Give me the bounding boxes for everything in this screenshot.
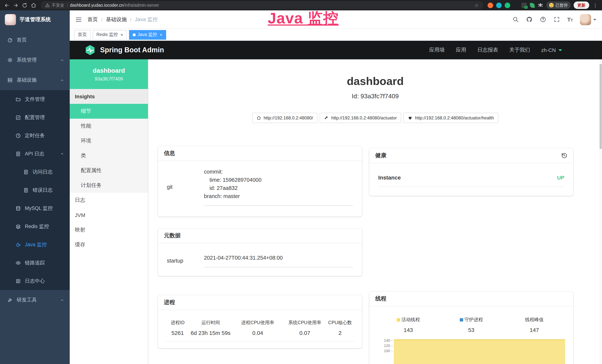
column-header: 进程CPU使用率 (231, 320, 284, 326)
browser-toolbar: 不安全 dashboard.yudao.iocoder.cn/infra/adm… (0, 0, 602, 11)
process-card: 进程 进程ID 运行时间 进程CPU使用率 系统CPU使用率 CPU核心数 52… (158, 295, 362, 348)
home-icon (257, 116, 261, 120)
sba-item-config-props[interactable]: 配置属性 (70, 163, 148, 178)
sba-nav-wallboard[interactable]: 应用墙 (429, 47, 445, 54)
breadcrumb-home[interactable]: 首页 (87, 16, 98, 23)
card-header: 健康 (369, 148, 573, 163)
app-menu: 首页 系统管理 基础设施 文件管理 配置管理 (0, 30, 70, 310)
scrollbar[interactable] (599, 59, 602, 364)
process-table: 进程ID 运行时间 进程CPU使用率 系统CPU使用率 CPU核心数 5261 … (158, 310, 362, 348)
dashboard-icon (7, 37, 13, 43)
fullscreen-icon[interactable] (553, 16, 560, 23)
extensions-puzzle-icon[interactable] (538, 2, 543, 8)
security-chip[interactable]: 不安全 (45, 2, 64, 8)
back-icon[interactable] (4, 2, 10, 8)
sba-item-mappings[interactable]: 映射 (70, 223, 148, 237)
sba-brand[interactable]: Spring Boot Admin (85, 44, 164, 56)
sidebar-item-mysql-monitor[interactable]: MySQL 监控 (0, 199, 70, 217)
sba-locale-select[interactable]: zh-CN (541, 47, 562, 53)
address-bar[interactable]: 不安全 dashboard.yudao.iocoder.cn/infra/adm… (41, 1, 483, 9)
sidebar-item-redis-monitor[interactable]: Redis 监控 (0, 217, 70, 236)
sidebar-item-error-log[interactable]: 错误日志 (0, 181, 70, 199)
threads-legend: 活动线程 守护进程 线程峰值 143 53 147 (377, 317, 566, 333)
extension-green-icon[interactable] (505, 2, 510, 8)
breadcrumb-section[interactable]: 基础设施 (106, 16, 127, 23)
extension-orange-icon[interactable] (488, 2, 493, 8)
sidebar-item-java-monitor[interactable]: Java 监控 (0, 236, 70, 254)
legend-daemon: 守护进程 (440, 317, 503, 323)
search-icon[interactable] (512, 16, 519, 23)
paused-badge[interactable]: 已暂停 (546, 1, 571, 9)
tick-mark (391, 351, 393, 351)
sidebar-item-dev-tools[interactable]: 研发工具 (0, 290, 70, 310)
server-icon (7, 77, 13, 83)
sba-item-metrics[interactable]: 性能 (70, 119, 148, 134)
extension-on-badge-icon[interactable]: on (521, 2, 527, 8)
y-tick: 140 (377, 338, 390, 343)
tab-redis-monitor[interactable]: Redis 监控 × (93, 30, 127, 40)
app-sidebar: 芋道管理系统 首页 系统管理 基础设施 文件管理 (0, 11, 70, 364)
sba-item-environment[interactable]: 环境 (70, 134, 148, 148)
threads-card: 线程 活动线程 守护进程 (369, 291, 573, 364)
sba-group-insights[interactable]: Insights (70, 89, 148, 104)
extension-leaf-icon[interactable] (530, 3, 535, 8)
sidebar-item-scheduled-jobs[interactable]: 定时任务 (0, 127, 70, 145)
tab-java-monitor[interactable]: Java 监控 × (129, 30, 166, 40)
link-actuator-url[interactable]: http://192.168.0.2:48080/actuator (320, 113, 401, 123)
browser-update-button[interactable]: 更新 (574, 1, 589, 9)
forward-icon[interactable] (13, 2, 19, 8)
scrollbar-thumb[interactable] (600, 64, 602, 149)
reload-icon[interactable] (22, 2, 27, 8)
divider (67, 3, 67, 7)
edit-icon (16, 115, 21, 120)
sba-instance-header[interactable]: dashboard 93a3fc7f7409 (70, 59, 148, 89)
sidebar-item-home[interactable]: 首页 (0, 30, 70, 50)
extension-teal-icon[interactable] (496, 2, 502, 8)
sidebar-item-api-log[interactable]: API 日志 (0, 145, 70, 163)
java-monitor-icon (16, 242, 21, 247)
sidebar-item-tracing[interactable]: 链路追踪 (0, 254, 70, 272)
sba-nav-applications[interactable]: 应用 (456, 47, 466, 54)
extension-grid-icon[interactable] (513, 3, 518, 8)
link-health-url[interactable]: http://192.168.0.2:48080/actuator/health (403, 113, 498, 123)
sidebar-item-access-log[interactable]: 访问日志 (0, 163, 70, 181)
page-title: dashboard (148, 75, 602, 87)
bookmark-star-icon[interactable]: ☆ (474, 2, 479, 8)
sba-item-jvm[interactable]: JVM (70, 208, 148, 223)
browser-menu-icon[interactable]: ⋮ (592, 2, 599, 8)
cell-process-cpu: 0.04 (231, 330, 284, 336)
legend-peak-value: 147 (503, 327, 566, 333)
font-size-icon[interactable]: TT (567, 16, 573, 23)
chevron-up-icon (60, 78, 64, 82)
sba-item-caches[interactable]: 缓存 (70, 237, 148, 252)
sba-item-logs[interactable]: 日志 (70, 193, 148, 208)
link-service-url[interactable]: http://192.168.0.2:48080/ (252, 113, 318, 123)
app-logo-row[interactable]: 芋道管理系统 (0, 11, 70, 29)
github-icon[interactable] (526, 16, 533, 23)
url-text: dashboard.yudao.iocoder.cn/infra/admin-s… (70, 3, 159, 7)
hamburger-icon[interactable] (70, 16, 87, 23)
close-icon[interactable]: × (160, 32, 162, 37)
sidebar-item-infrastructure[interactable]: 基础设施 (0, 70, 70, 90)
close-icon[interactable]: × (120, 32, 123, 37)
legend-daemon-value: 53 (440, 327, 503, 333)
sidebar-item-log-center[interactable]: 日志中心 (0, 272, 70, 290)
history-icon[interactable] (561, 152, 567, 159)
cell-pid: 5261 (165, 330, 190, 336)
chevron-down-icon (60, 58, 64, 62)
help-icon[interactable] (540, 16, 546, 23)
sba-item-details[interactable]: 细节 (70, 104, 148, 119)
cell-uptime: 6d 23h 15m 59s (190, 330, 231, 336)
sba-item-classes[interactable]: 类 (70, 148, 148, 163)
sba-nav-about[interactable]: 关于我们 (509, 47, 530, 54)
sidebar-item-file-management[interactable]: 文件管理 (0, 90, 70, 108)
sba-item-scheduled-tasks[interactable]: 计划任务 (70, 178, 148, 193)
health-body: Instance UP (369, 163, 573, 196)
git-value: commit: time: 1596289704000 id: 27aa832 … (204, 168, 353, 206)
home-icon[interactable] (30, 2, 36, 8)
user-menu[interactable] (580, 14, 596, 25)
tab-home[interactable]: 首页 (74, 30, 90, 40)
sba-nav-journal[interactable]: 日志报表 (477, 47, 498, 54)
sidebar-item-config-management[interactable]: 配置管理 (0, 108, 70, 127)
sidebar-item-system[interactable]: 系统管理 (0, 50, 70, 70)
